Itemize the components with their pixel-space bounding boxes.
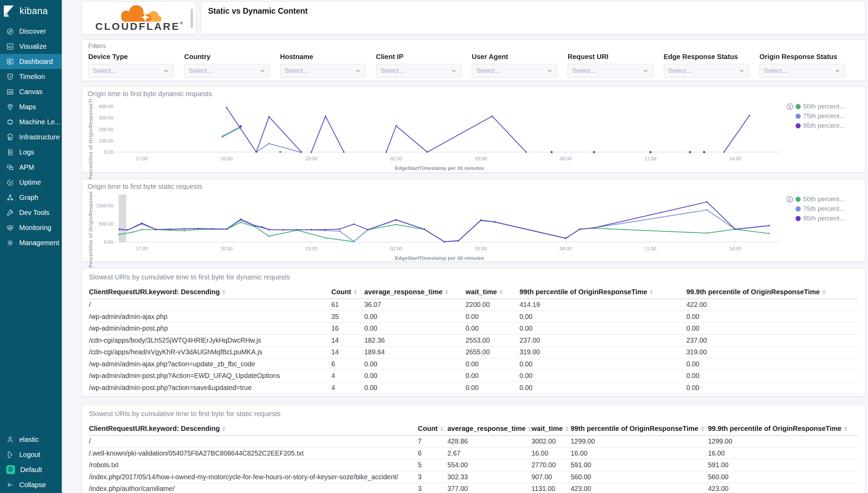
sidebar-item-graph[interactable]: Graph (0, 190, 62, 205)
sidebar-footer-logout[interactable]: Logout (0, 447, 62, 462)
sidebar-item-infrastructure[interactable]: Infrastructure (0, 129, 62, 145)
table-cell: 16 (331, 324, 364, 332)
sidebar-footer-default[interactable]: DDefault (0, 462, 62, 477)
select-placeholder: Select... (93, 67, 116, 74)
sidebar-item-apm[interactable]: APM (0, 160, 62, 175)
legend-label: 75th percent... (803, 112, 845, 120)
table-cell: 14 (331, 348, 364, 356)
filter-select-request-uri[interactable]: Select... (568, 64, 653, 78)
sidebar-item-label: Timelion (19, 73, 45, 81)
sidebar-footer: elasticLogoutDDefaultCollapse (0, 432, 62, 493)
filter-select-client-ip[interactable]: Select... (376, 64, 461, 78)
sidebar-item-label: Canvas (19, 88, 43, 96)
filter-select-device-type[interactable]: Select... (88, 64, 174, 78)
legend-item-75th-percent[interactable]: 75th percent... (787, 205, 860, 213)
sidebar-item-maps[interactable]: Maps (0, 99, 62, 114)
table-cell: 0.00 (519, 324, 686, 332)
column-header-count[interactable]: Count (418, 425, 447, 433)
table-cell: 423.00 (571, 485, 708, 493)
kibana-logo[interactable]: kibana (0, 0, 62, 24)
sidebar-item-dev-tools[interactable]: Dev Tools (0, 205, 62, 220)
table-cell: 560.00 (708, 473, 858, 481)
column-header-99-9th-percentile-of-originresponsetime[interactable]: 99.9th percentile of OriginResponseTime (708, 425, 858, 433)
legend-expand-icon[interactable]: ❯ (787, 196, 793, 203)
table-cell: 0.00 (686, 395, 858, 397)
sidebar-item-label: Uptime (19, 179, 41, 186)
column-header-wait-time[interactable]: wait_time (532, 425, 571, 433)
column-header-label: wait_time (532, 425, 563, 433)
column-header-average-response-time[interactable]: average_response_time (447, 425, 532, 433)
sidebar-item-label: Dashboard (19, 58, 53, 66)
svg-text:02:00: 02:00 (390, 156, 402, 161)
sidebar-item-timelion[interactable]: Timelion (0, 69, 62, 84)
sidebar-item-logs[interactable]: Logs (0, 145, 62, 160)
filter-select-country[interactable]: Select... (184, 64, 270, 78)
column-header-label: average_response_time (364, 288, 443, 296)
filter-label: Country (184, 53, 270, 61)
sidebar-item-visualize[interactable]: Visualize (0, 39, 62, 54)
table-row: /.well-known/pki-validation/054075F6A27B… (89, 448, 858, 460)
logout-icon (6, 451, 14, 459)
legend-expand-icon[interactable]: ❯ (787, 103, 793, 110)
svg-text:500.00: 500.00 (99, 221, 113, 227)
table-cell: 591.00 (571, 461, 708, 469)
chart-title: Origin time to first byte static request… (88, 183, 860, 191)
sidebar-item-discover[interactable]: Discover (0, 24, 62, 39)
filter-select-edge-response-status[interactable]: Select... (664, 64, 749, 78)
chevron-down-icon (355, 68, 361, 74)
table-row: /6136.072200.00414.19422.00 (89, 299, 858, 311)
sidebar-item-canvas[interactable]: Canvas (0, 84, 62, 99)
filter-select-user-agent[interactable]: Select... (472, 64, 557, 78)
table-cell: 6 (418, 449, 447, 457)
filter-label: Origin Response Status (760, 53, 845, 61)
table-row: /wp-admin/admin-ajax.php350.000.000.000.… (89, 311, 858, 323)
table-cell: 35 (331, 313, 364, 321)
column-header-average-response-time[interactable]: average_response_time (364, 288, 466, 296)
column-header-99th-percentile-of-originresponsetime[interactable]: 99th percentile of OriginResponseTime (519, 288, 686, 296)
legend-item-95th-percent[interactable]: 95th percent... (787, 122, 860, 129)
table-row: /index.php/2017/05/14/how-i-owned-my-mot… (89, 471, 858, 483)
column-header-clientrequesturi-keyword-descending[interactable]: ClientRequestURI.keyword: Descending (89, 288, 331, 296)
legend-item-50th-percent[interactable]: ❯50th percent... (787, 195, 860, 203)
column-header-99th-percentile-of-originresponsetime[interactable]: 99th percentile of OriginResponseTime (571, 425, 708, 433)
column-header-clientrequesturi-keyword-descending[interactable]: ClientRequestURI.keyword: Descending (89, 425, 418, 433)
sidebar-item-management[interactable]: Management (0, 235, 62, 250)
select-placeholder: Select... (476, 67, 500, 74)
legend-item-75th-percent[interactable]: 75th percent... (787, 112, 860, 120)
sort-icon (222, 290, 226, 295)
table-cell: 1299.00 (571, 437, 708, 445)
column-header-count[interactable]: Count (331, 288, 364, 296)
column-header-wait-time[interactable]: wait_time (466, 288, 519, 296)
filter-select-hostname[interactable]: Select... (280, 64, 366, 78)
table-panel-dynamic: Slowest URIs by cumulative time to first… (82, 268, 865, 397)
select-placeholder: Select... (764, 67, 788, 74)
table-row: /wp-admin/admin-post.php160.000.000.000.… (89, 323, 858, 335)
table-cell: /index.php/2017/05/14/how-i-owned-my-mot… (89, 473, 418, 481)
sidebar-footer-elastic[interactable]: elastic (0, 432, 62, 447)
sidebar-item-dashboard[interactable]: Dashboard (0, 54, 62, 69)
chart-title: Origin time to first byte dynamic reques… (88, 90, 860, 98)
legend-item-50th-percent[interactable]: ❯50th percent... (787, 103, 860, 110)
legend-item-95th-percent[interactable]: 95th percent... (787, 215, 860, 222)
y-axis-title: Percentiles of OriginResponse (87, 191, 94, 268)
sort-icon (565, 426, 569, 431)
sidebar-footer-collapse[interactable]: Collapse (0, 477, 62, 492)
column-header-99-9th-percentile-of-originresponsetime[interactable]: 99.9th percentile of OriginResponseTime (686, 288, 858, 296)
table-cell: 0.00 (364, 395, 466, 397)
panel-drag-handle[interactable] (191, 9, 193, 28)
svg-text:08:00: 08:00 (560, 246, 572, 251)
sidebar-item-label: Infrastructure (19, 133, 60, 141)
filter-select-origin-response-status[interactable]: Select... (760, 64, 845, 78)
sidebar-item-machine-le[interactable]: Machine Le... (0, 114, 62, 129)
dashboard-header-row: CLOUDFLARE® Static vs Dynamic Content (82, 1, 865, 35)
svg-text:17:00: 17:00 (136, 156, 148, 161)
svg-text:0.00: 0.00 (104, 149, 113, 155)
sidebar-item-uptime[interactable]: Uptime (0, 175, 62, 190)
table-title: Slowest URIs by cumulative time to first… (89, 410, 858, 418)
table-row: /wp-admin/admin-post.php?action=save&upd… (89, 382, 858, 394)
sidebar-item-monitoring[interactable]: Monitoring (0, 220, 62, 235)
registered-mark: ® (180, 21, 183, 25)
table-cell: 0.00 (466, 313, 519, 321)
filter-origin-response-status: Origin Response StatusSelect... (760, 53, 845, 78)
chart-plot: 0.00100.00200.00300.00400.0017:0020:0023… (94, 99, 785, 164)
